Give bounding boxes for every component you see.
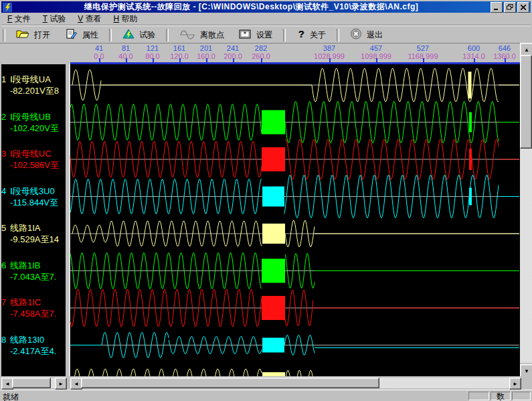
ruler-tick bbox=[261, 58, 262, 63]
ruler-tick bbox=[505, 58, 506, 63]
toolbar-separator bbox=[109, 29, 112, 42]
status-ready-text: 就绪 bbox=[3, 392, 19, 401]
toolbar-handle bbox=[3, 29, 5, 42]
settings-window-icon: * bbox=[239, 29, 252, 42]
settings-button-label: 设置 bbox=[256, 29, 272, 41]
label-hscroll-thumb[interactable] bbox=[12, 378, 51, 388]
about-button-label: 关于 bbox=[310, 29, 326, 41]
open-button[interactable]: 打开 bbox=[9, 27, 58, 43]
ruler-tick bbox=[423, 58, 424, 63]
lightning-triangle-icon bbox=[122, 29, 135, 42]
label-hscroll-right-button[interactable]: ► bbox=[55, 378, 67, 390]
svg-text:*: * bbox=[244, 30, 247, 38]
time-ruler: 410.08140.012180.0161120.0201160.0241200… bbox=[0, 43, 532, 64]
ruler-tick bbox=[206, 58, 207, 63]
discrete-points-button[interactable]: 离散点 bbox=[172, 27, 232, 43]
app-window: 继电保护测试系统--故障回放 - [C:\WINDOWS\Desktop\测试软… bbox=[0, 0, 532, 401]
svg-text:?: ? bbox=[298, 29, 304, 39]
properties-button-label: 属性 bbox=[82, 29, 98, 41]
menu-item-V[interactable]: V 查看 bbox=[72, 12, 107, 26]
minimize-button[interactable] bbox=[491, 2, 503, 13]
test-button[interactable]: 试验 bbox=[115, 27, 163, 43]
channel-label-7: 7线路1IC-7.458A至7. bbox=[1, 297, 66, 319]
question-mark-icon: ?? bbox=[296, 29, 305, 42]
status-panel-1 bbox=[468, 392, 489, 400]
document-pen-icon bbox=[65, 29, 78, 42]
wave-hscroll-right-button[interactable]: ► bbox=[509, 378, 521, 390]
wave-hscroll-thumb[interactable] bbox=[81, 378, 379, 388]
open-button-label: 打开 bbox=[34, 29, 50, 41]
exit-button-label: 退出 bbox=[367, 29, 383, 41]
vscroll-up-button[interactable]: ▲ bbox=[520, 43, 532, 56]
vscroll-down-button[interactable]: ▼ bbox=[520, 364, 532, 378]
status-panel-digital: 数字 bbox=[491, 392, 511, 400]
ruler-tick bbox=[329, 58, 331, 63]
channel-label-8: 8线路13I0-2.417A至4. bbox=[1, 334, 66, 357]
waveform-area[interactable] bbox=[70, 64, 520, 376]
status-bar: 就绪 数字 bbox=[0, 390, 532, 401]
ruler-tick bbox=[99, 58, 100, 63]
title-bar: 继电保护测试系统--故障回放 - [C:\WINDOWS\Desktop\测试软… bbox=[1, 1, 531, 13]
channel-label-5: 5线路1IA-9.529A至14 bbox=[1, 222, 66, 245]
restore-button[interactable] bbox=[504, 2, 516, 13]
ruler-tick bbox=[153, 58, 154, 63]
window-title: 继电保护测试系统--故障回放 - [C:\WINDOWS\Desktop\测试软… bbox=[12, 1, 491, 13]
toolbar: 打开属性试验离散点*设置??关于退出 bbox=[1, 25, 531, 44]
toolbar-separator bbox=[283, 29, 286, 42]
ruler-tick bbox=[233, 58, 234, 63]
channel-label-3: 3Ⅰ段母线UC-102.586V至 bbox=[1, 148, 66, 171]
ruler-scale: 410.08140.012180.0161120.0201160.0241200… bbox=[70, 44, 520, 64]
ruler-tick bbox=[376, 58, 377, 63]
ruler-tick bbox=[126, 58, 127, 63]
toolbar-separator bbox=[337, 29, 339, 42]
channel-label-1: 1Ⅰ段母线UA-82.201V至8 bbox=[1, 74, 66, 96]
menu-item-F[interactable]: F 文件 bbox=[1, 12, 37, 26]
properties-button[interactable]: 属性 bbox=[58, 27, 106, 43]
channel-label-4: 4Ⅰ段母线3U0-115.844V至 bbox=[1, 185, 66, 208]
ruler-tick bbox=[179, 58, 181, 63]
channel-label-column: 1Ⅰ段母线UA-82.201V至82Ⅰ段母线UB-102.420V至3Ⅰ段母线U… bbox=[1, 64, 66, 376]
about-button[interactable]: ??关于 bbox=[289, 27, 333, 43]
menu-item-H[interactable]: H 帮助 bbox=[108, 12, 144, 26]
hscroll-row: ◄ ► ◄ ► bbox=[0, 376, 532, 390]
ruler-tick bbox=[474, 58, 475, 63]
exit-circle-icon bbox=[350, 28, 362, 42]
waveform-trace-1 bbox=[72, 68, 519, 102]
close-button[interactable] bbox=[517, 2, 529, 13]
exit-button[interactable]: 退出 bbox=[343, 27, 390, 43]
settings-button[interactable]: *设置 bbox=[232, 27, 280, 43]
menu-bar: F 文件T 试验V 查看H 帮助 bbox=[1, 13, 531, 25]
folder-open-icon bbox=[16, 29, 29, 42]
sine-wave-icon bbox=[179, 29, 195, 42]
discrete-points-button-label: 离散点 bbox=[200, 29, 224, 41]
channel-label-6: 6线路1IB-7.043A至7. bbox=[1, 260, 66, 283]
menu-item-T[interactable]: T 试验 bbox=[37, 12, 72, 26]
toolbar-separator bbox=[166, 29, 169, 42]
vertical-scrollbar[interactable]: ▲ ▼ bbox=[520, 43, 532, 376]
waveform-trace-9 bbox=[74, 369, 519, 376]
app-icon bbox=[3, 3, 12, 12]
channel-label-2: 2Ⅰ段母线UB-102.420V至 bbox=[1, 111, 66, 134]
test-button-label: 试验 bbox=[139, 29, 155, 41]
status-panel-3 bbox=[512, 392, 531, 400]
vscroll-thumb[interactable] bbox=[520, 55, 532, 149]
